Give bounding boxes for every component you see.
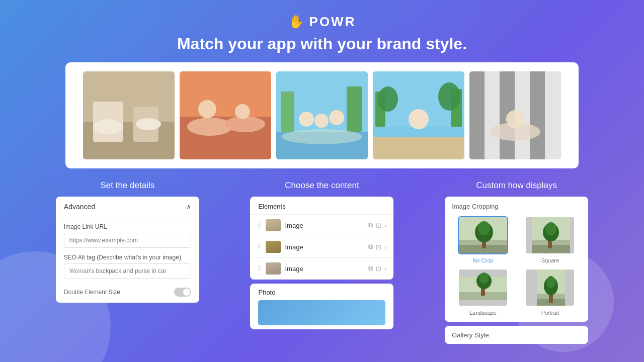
- seo-alt-label: SEO Alt tag (Describe what's in your ima…: [64, 254, 191, 261]
- drag-handle-icon: ⠿: [257, 222, 262, 229]
- element-name-2: Image: [285, 243, 364, 251]
- header: ✋ POWR Match your app with your brand st…: [0, 0, 644, 62]
- image-link-input[interactable]: [64, 233, 191, 248]
- drag-handle-icon-3: ⠿: [257, 265, 262, 272]
- columns-row: Set the details Advanced ∧ Image Link UR…: [0, 168, 644, 352]
- toggle-row: Double Element Size: [64, 288, 191, 297]
- svg-point-26: [438, 82, 460, 111]
- svg-point-5: [136, 118, 161, 130]
- panel-set-details: Set the details Advanced ∧ Image Link UR…: [56, 180, 199, 344]
- crop-thumb-square: [525, 216, 575, 254]
- panel-crop: Custom how displays Image Cropping: [445, 180, 588, 344]
- gallery-image-3: [276, 71, 368, 159]
- double-element-toggle[interactable]: [174, 288, 191, 297]
- crop-label-portrait: Portrait: [541, 310, 559, 316]
- element-name-3: Image: [285, 265, 364, 273]
- element-row-3: ⠿ Image ⧉ ⊡ ›: [250, 258, 393, 280]
- gallery-image-2: [180, 71, 271, 159]
- trash-icon[interactable]: ⊡: [376, 222, 381, 229]
- svg-point-11: [235, 104, 250, 119]
- svg-rect-15: [347, 86, 362, 132]
- element-row-2: ⠿ Image ⧉ ⊡ ›: [250, 236, 393, 258]
- section-title-crop: Custom how displays: [445, 180, 588, 191]
- element-name-1: Image: [285, 222, 364, 229]
- svg-point-56: [479, 273, 489, 284]
- section-title-content: Choose the content: [250, 180, 393, 191]
- copy-icon[interactable]: ⧉: [368, 221, 373, 229]
- copy-icon-2[interactable]: ⧉: [368, 243, 373, 251]
- crop-option-square[interactable]: Square: [519, 216, 582, 263]
- elements-header: Elements: [250, 197, 393, 215]
- svg-point-10: [198, 100, 216, 118]
- seo-alt-input[interactable]: [64, 263, 191, 279]
- arrow-right-icon-3[interactable]: ›: [384, 265, 386, 273]
- tagline: Match your app with your brand style.: [0, 35, 644, 53]
- crop-grid: No Crop: [452, 216, 581, 316]
- svg-point-50: [545, 222, 556, 235]
- crop-option-landscape[interactable]: Landscape: [452, 268, 514, 316]
- logo-row: ✋ POWR: [0, 14, 644, 30]
- arrow-right-icon-2[interactable]: ›: [384, 243, 386, 251]
- photo-thumb: [258, 300, 385, 325]
- trash-icon-3[interactable]: ⊡: [376, 265, 381, 273]
- elements-card: Elements ⠿ Image ⧉ ⊡ › ⠿ Image ⧉ ⊡ ›: [250, 197, 393, 280]
- advanced-title: Advanced: [64, 203, 95, 211]
- copy-icon-3[interactable]: ⧉: [368, 264, 373, 273]
- svg-point-18: [329, 110, 344, 125]
- crop-thumb-landscape: [458, 268, 508, 307]
- gallery-image-5: [469, 71, 561, 159]
- double-element-label: Double Element Size: [64, 289, 120, 296]
- advanced-header[interactable]: Advanced ∧: [56, 197, 199, 217]
- svg-point-16: [282, 129, 362, 144]
- crop-option-portrait[interactable]: Portrait: [519, 268, 582, 316]
- crop-label-square: Square: [541, 257, 559, 263]
- gallery-image-1: [83, 71, 175, 159]
- svg-point-37: [506, 110, 524, 128]
- image-link-label: Image Link URL: [64, 223, 191, 230]
- svg-point-19: [314, 114, 329, 128]
- svg-point-43: [478, 221, 490, 235]
- crop-thumb-no-crop: [458, 216, 508, 254]
- photo-label: Photo: [258, 289, 385, 296]
- panel-choose-content: Choose the content Elements ⠿ Image ⧉ ⊡ …: [250, 180, 393, 344]
- svg-point-8: [187, 118, 232, 136]
- svg-point-25: [378, 86, 398, 112]
- element-actions-1: ⧉ ⊡ ›: [368, 221, 386, 229]
- element-thumb-1: [266, 219, 281, 231]
- image-cropping-title: Image Cropping: [452, 203, 581, 210]
- gallery-style-bar: Gallery Style: [445, 326, 588, 344]
- gallery-strip: [65, 62, 579, 168]
- logo-text: POWR: [309, 14, 356, 30]
- svg-point-27: [409, 109, 429, 129]
- element-thumb-3: [266, 262, 281, 275]
- svg-point-17: [299, 112, 314, 127]
- element-actions-3: ⧉ ⊡ ›: [368, 264, 386, 273]
- drag-handle-icon-2: ⠿: [257, 243, 262, 250]
- crop-thumb-portrait: [525, 268, 575, 307]
- svg-point-4: [93, 119, 123, 134]
- section-title-details: Set the details: [56, 180, 199, 191]
- crop-label-landscape: Landscape: [469, 310, 497, 316]
- toggle-thumb: [183, 289, 190, 296]
- gallery-image-4: [373, 71, 464, 159]
- svg-point-63: [546, 276, 555, 288]
- svg-rect-14: [281, 92, 294, 132]
- crop-label-no-crop: No Crop: [472, 257, 493, 263]
- advanced-body: Image Link URL SEO Alt tag (Describe wha…: [56, 217, 199, 303]
- element-thumb-2: [266, 241, 281, 253]
- element-actions-2: ⧉ ⊡ ›: [368, 243, 386, 251]
- arrow-right-icon[interactable]: ›: [384, 222, 386, 229]
- gallery-style-label: Gallery Style: [452, 331, 489, 339]
- crop-option-no-crop[interactable]: No Crop: [452, 216, 514, 263]
- advanced-card: Advanced ∧ Image Link URL SEO Alt tag (D…: [56, 197, 199, 303]
- crop-card: Image Cropping: [445, 197, 588, 322]
- chevron-up-icon: ∧: [186, 203, 191, 211]
- trash-icon-2[interactable]: ⊡: [376, 243, 381, 251]
- element-row-1: ⠿ Image ⧉ ⊡ ›: [250, 215, 393, 236]
- photo-section: Photo: [250, 284, 393, 329]
- powr-logo-icon: ✋: [288, 14, 304, 30]
